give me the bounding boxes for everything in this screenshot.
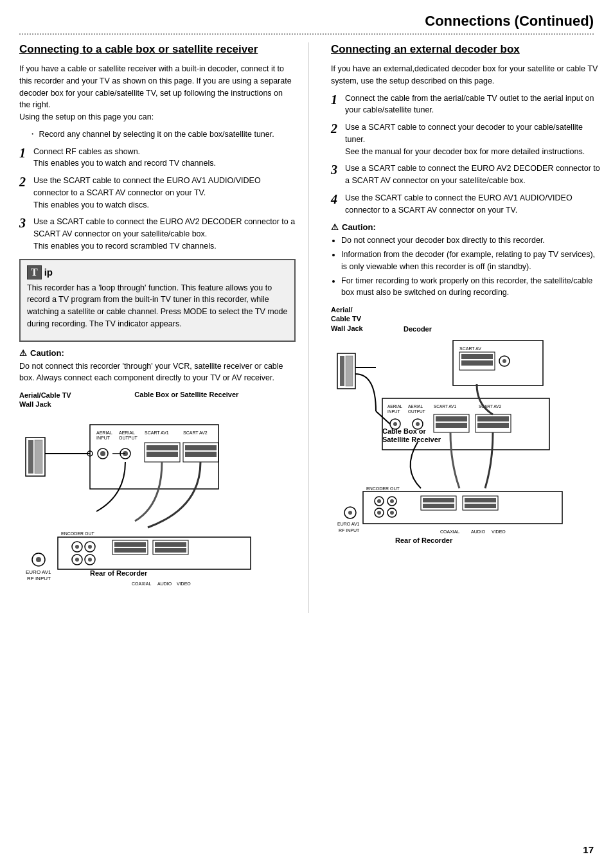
page-header: Connections (Continued) — [19, 13, 594, 35]
right-step-3: 3 Use a SCART cable to connect the EURO … — [331, 163, 601, 187]
step-num-1: 1 — [19, 146, 31, 160]
left-step-1: 1 Connect RF cables as shown. This enabl… — [19, 146, 296, 170]
svg-text:VIDEO: VIDEO — [177, 581, 191, 586]
right-step-text-4: Use the SCART cable to connect the EURO … — [345, 192, 601, 217]
svg-text:SCART AV1: SCART AV1 — [145, 430, 169, 435]
left-diagram-wall-jack-label: Aerial/Cable TVWall Jack — [19, 391, 71, 409]
svg-rect-73 — [436, 423, 467, 428]
svg-text:RF INPUT: RF INPUT — [339, 528, 360, 533]
svg-rect-49 — [346, 356, 353, 386]
svg-rect-24 — [58, 537, 251, 569]
svg-text:AERIAL: AERIAL — [96, 430, 112, 435]
svg-rect-35 — [114, 542, 146, 547]
caution-label-left: Caution: — [30, 348, 64, 358]
left-caution: ⚠ Caution: Do not connect this recorder … — [19, 348, 296, 385]
right-diagram-svg: SCART AV Cable Box or Satellite Receiver… — [331, 334, 601, 559]
left-column: Connecting to a cable box or satellite r… — [19, 42, 309, 613]
svg-text:OUTPUT: OUTPUT — [119, 436, 138, 440]
tip-label: ip — [44, 267, 53, 278]
svg-text:SCART AV1: SCART AV1 — [434, 404, 456, 409]
right-step-num-2: 2 — [331, 121, 342, 136]
right-step-text-1: Connect the cable from the aerial/cable … — [345, 93, 601, 117]
svg-point-41 — [36, 557, 41, 562]
svg-rect-55 — [461, 360, 493, 366]
svg-text:COAXIAL: COAXIAL — [440, 529, 459, 534]
right-step-1: 1 Connect the cable from the aerial/cabl… — [331, 93, 601, 117]
right-caution-item-2: Information from the decoder (for exampl… — [341, 249, 601, 273]
step-num-2: 2 — [19, 175, 31, 189]
svg-point-68 — [393, 422, 397, 426]
tip-text: This recorder has a 'loop through' funct… — [27, 282, 288, 330]
tip-title: T ip — [27, 265, 288, 279]
svg-text:ENCODER OUT: ENCODER OUT — [366, 486, 400, 491]
svg-text:SCART AV: SCART AV — [459, 346, 481, 351]
svg-rect-75 — [477, 416, 509, 421]
svg-text:RF INPUT: RF INPUT — [27, 576, 51, 581]
svg-rect-21 — [185, 452, 217, 457]
svg-point-57 — [502, 359, 506, 363]
page-number: 17 — [583, 844, 594, 855]
svg-text:OUTPUT: OUTPUT — [408, 409, 425, 414]
caution-icon-left: ⚠ — [19, 348, 27, 358]
left-section-title: Connecting to a cable box or satellite r… — [19, 42, 296, 57]
svg-point-88 — [390, 511, 394, 515]
right-step-num-4: 4 — [331, 192, 342, 206]
caution-icon-right: ⚠ — [331, 222, 339, 232]
svg-point-84 — [390, 499, 394, 503]
svg-rect-36 — [114, 548, 146, 553]
svg-point-86 — [377, 511, 381, 515]
right-steps: 1 Connect the cable from the aerial/cabl… — [331, 93, 601, 217]
right-section-title: Connecting an external decoder box — [331, 42, 601, 57]
svg-text:ENCODER OUT: ENCODER OUT — [61, 531, 94, 536]
step-text-2: Use the SCART cable to connect the EURO … — [33, 175, 296, 211]
svg-text:EURO AV1: EURO AV1 — [26, 569, 51, 575]
svg-text:VIDEO: VIDEO — [492, 529, 506, 534]
svg-rect-54 — [461, 354, 493, 359]
caution-label-right: Caution: — [342, 222, 376, 232]
svg-text:AERIAL: AERIAL — [408, 404, 423, 409]
left-caution-title: ⚠ Caution: — [19, 348, 296, 358]
left-intro-text: If you have a cable or satellite receive… — [19, 63, 296, 123]
right-caution-item-1: Do not connect your decoder box directly… — [341, 235, 601, 247]
right-step-2: 2 Use a SCART cable to connect your deco… — [331, 121, 601, 157]
svg-rect-20 — [185, 445, 217, 450]
svg-point-27 — [75, 545, 79, 549]
svg-point-96 — [348, 511, 352, 515]
svg-rect-94 — [465, 504, 496, 508]
svg-text:AUDIO: AUDIO — [157, 581, 172, 586]
svg-rect-17 — [147, 445, 178, 450]
right-step-text-2: Use a SCART cable to connect your decode… — [345, 121, 601, 157]
svg-rect-93 — [465, 498, 496, 502]
main-content: Connecting to a cable box or satellite r… — [19, 42, 594, 613]
right-step-num-1: 1 — [331, 93, 342, 107]
left-diagram-cable-box-label: Cable Box or Satellite Receiver — [78, 391, 296, 398]
right-step-text-3: Use a SCART cable to connect the EURO AV… — [345, 163, 601, 187]
svg-text:Satellite Receiver: Satellite Receiver — [382, 436, 441, 443]
svg-rect-72 — [436, 416, 467, 421]
svg-text:COAXIAL: COAXIAL — [132, 581, 151, 586]
right-caution-item-3: For timer recording to work properly on … — [341, 275, 601, 299]
right-diagram-area: Aerial/Cable TVWall Jack Decoder SCART A… — [331, 305, 601, 561]
svg-rect-18 — [147, 452, 178, 457]
svg-point-29 — [88, 545, 92, 549]
svg-point-33 — [88, 558, 92, 562]
svg-text:INPUT: INPUT — [387, 409, 400, 414]
svg-point-31 — [75, 558, 79, 562]
left-diagram-svg: AERIAL INPUT AERIAL OUTPUT SCART AV1 SCA… — [19, 412, 296, 611]
svg-text:AERIAL: AERIAL — [119, 430, 135, 435]
right-step-num-3: 3 — [331, 163, 342, 177]
svg-text:AERIAL: AERIAL — [387, 404, 403, 409]
right-diagram-decoder-label: Decoder — [404, 325, 432, 333]
step-num-3: 3 — [19, 216, 31, 230]
right-diagram-wall-label: Aerial/Cable TVWall Jack — [331, 305, 373, 333]
svg-rect-90 — [423, 498, 454, 502]
tip-box: T ip This recorder has a 'loop through' … — [19, 259, 296, 342]
bullet-item-1: Record any channel by selecting it on th… — [28, 128, 296, 141]
svg-rect-76 — [477, 423, 509, 428]
svg-text:Rear of Recorder: Rear of Recorder — [395, 536, 453, 544]
svg-point-13 — [100, 451, 105, 456]
right-step-4: 4 Use the SCART cable to connect the EUR… — [331, 192, 601, 217]
step-text-3: Use a SCART cable to connect the EURO AV… — [33, 216, 296, 252]
svg-text:SCART AV2: SCART AV2 — [183, 430, 208, 435]
svg-rect-39 — [155, 548, 186, 553]
